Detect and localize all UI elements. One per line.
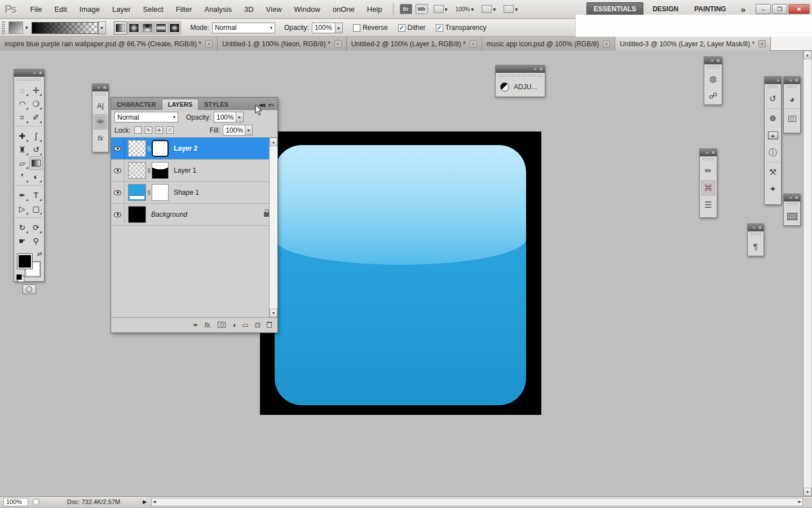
layer-row-layer2[interactable]: § Layer 2 <box>111 138 277 160</box>
close-panel-icon[interactable]: ✕ <box>38 71 42 76</box>
collapse-panel-icon[interactable]: » <box>706 151 708 155</box>
layers-panel-icon[interactable] <box>94 115 107 129</box>
close-tab-icon[interactable]: × <box>205 40 213 47</box>
color-panel-icon[interactable]: ◕ <box>785 91 799 106</box>
gradient-picker-arrow[interactable]: ▾ <box>98 21 106 34</box>
collapse-panel-icon[interactable]: » <box>33 71 36 76</box>
reflected-gradient-button[interactable] <box>155 21 167 34</box>
brushes-panel-icon[interactable]: ✏ <box>701 164 715 178</box>
mini-panel-grip[interactable] <box>750 233 761 237</box>
panel-menu-icon[interactable]: ▾≡ <box>268 102 274 108</box>
scroll-right-icon[interactable]: ▶ <box>798 500 801 504</box>
diamond-gradient-button[interactable] <box>168 21 181 34</box>
add-layer-mask-icon[interactable] <box>218 322 226 328</box>
toolbox-header[interactable]: »✕ <box>14 69 44 77</box>
tab-character[interactable]: CHARACTER <box>111 99 162 110</box>
layer-name[interactable]: Layer 2 <box>174 144 197 152</box>
opacity-spinner[interactable]: ▸ <box>336 23 343 33</box>
adjustment-layer-icon[interactable]: ◑ <box>232 321 236 329</box>
menu-filter[interactable]: Filter <box>170 0 198 19</box>
layer-style-fx-icon[interactable]: fx. <box>205 321 212 329</box>
delete-layer-icon[interactable] <box>267 322 272 328</box>
eyedropper-tool[interactable]: ✐ <box>29 111 43 124</box>
history-brush-tool[interactable]: ↺ <box>29 143 43 156</box>
collapse-panel-icon[interactable]: » <box>789 196 792 200</box>
workspace-essentials[interactable]: ESSENTIALS <box>586 2 643 16</box>
opacity-field[interactable]: 100% <box>312 23 336 33</box>
info-panel-icon[interactable]: ⓘ <box>766 145 780 160</box>
scroll-up-icon[interactable]: ▲ <box>804 51 811 59</box>
swap-colors-icon[interactable]: ⇄ <box>37 251 42 257</box>
layer-row-background[interactable]: Background <box>111 204 277 226</box>
layer-row-shape1[interactable]: § Shape 1 <box>111 182 277 204</box>
layer-name[interactable]: Shape 1 <box>174 189 199 196</box>
bridge-icon[interactable]: Br <box>400 4 412 14</box>
3d-orbit-tool[interactable]: ⟳ <box>29 221 43 234</box>
mini-panel-header[interactable]: »✕ <box>704 57 722 64</box>
visibility-cell[interactable] <box>111 160 125 181</box>
mini-panel-header[interactable]: »✕ <box>700 149 717 156</box>
mini-panel-grip[interactable] <box>786 203 798 207</box>
default-colors-icon[interactable] <box>16 274 22 280</box>
shape-layer-thumbnail[interactable] <box>128 184 146 201</box>
mini-panel-header[interactable]: »✕ <box>748 224 764 231</box>
elliptical-marquee-tool[interactable]: ◌ <box>15 84 29 97</box>
collapse-panel-icon[interactable]: » <box>711 59 713 63</box>
blend-mode-dropdown[interactable]: Normal▾ <box>212 23 275 33</box>
dither-checkbox[interactable]: ✓ <box>398 24 405 32</box>
scroll-up-icon[interactable]: ▲ <box>270 138 277 146</box>
background-thumbnail[interactable] <box>128 206 146 223</box>
icon-strip-grip[interactable] <box>95 93 106 97</box>
tool-preset-arrow[interactable]: ▾ <box>25 25 28 30</box>
3d-panel-icon[interactable]: ✦ <box>766 182 780 196</box>
restore-button[interactable]: ❐ <box>772 4 787 14</box>
angle-gradient-button[interactable] <box>141 21 154 34</box>
close-panel-icon[interactable]: ✕ <box>795 196 798 200</box>
collapse-panel-icon[interactable]: » <box>753 226 755 230</box>
document-vertical-scrollbar[interactable]: ▲ ▼ <box>803 51 811 496</box>
doc-tab-untitled2[interactable]: Untitled-2 @ 100% (Layer 1, RGB/8) *× <box>347 37 482 51</box>
gradient-preview[interactable] <box>32 22 98 34</box>
layer-mask-thumbnail[interactable] <box>152 140 169 157</box>
dock-header[interactable]: » <box>765 77 781 84</box>
fill-spinner[interactable]: ▸ <box>245 125 253 135</box>
tab-layers[interactable]: LAYERS <box>162 99 199 110</box>
menu-onone[interactable]: onOne <box>326 0 361 19</box>
doc-tab-wallpaper[interactable]: inspire blue purple rain wallpaper.psd @… <box>0 37 218 51</box>
lock-position-icon[interactable]: ✛ <box>156 126 163 134</box>
status-zoom-field[interactable]: 100% <box>3 498 28 506</box>
close-tab-icon[interactable]: × <box>603 40 610 47</box>
linear-gradient-button[interactable] <box>114 21 127 34</box>
visibility-cell[interactable] <box>111 182 125 203</box>
workspace-overflow-chevron[interactable]: » <box>735 5 751 14</box>
dodge-tool[interactable]: ◐ <box>29 170 43 183</box>
icon-strip-header[interactable]: »✕ <box>92 84 108 91</box>
collapse-panel-icon[interactable]: » <box>777 78 779 83</box>
adjustments-grip[interactable] <box>498 74 542 78</box>
layer-thumbnail[interactable] <box>128 162 146 179</box>
mini-panel-header[interactable]: »✕ <box>784 194 800 202</box>
document-canvas[interactable] <box>260 132 541 415</box>
menu-window[interactable]: Window <box>288 0 326 19</box>
bezier-path-icon[interactable]: ☍ <box>707 89 720 103</box>
lock-image-pixels-icon[interactable]: ✎ <box>145 126 152 134</box>
sphere-3d-icon[interactable]: ◍ <box>707 72 720 86</box>
close-panel-icon[interactable]: ✕ <box>711 151 715 155</box>
eraser-tool[interactable]: ▱ <box>15 156 29 170</box>
link-layers-icon[interactable]: ⚭ <box>193 321 198 329</box>
close-tab-icon[interactable]: × <box>758 40 766 47</box>
menu-help[interactable]: Help <box>361 0 389 19</box>
layer-row-layer1[interactable]: § Layer 1 <box>111 160 277 182</box>
document-horizontal-scrollbar[interactable]: ◀▶ <box>151 498 803 506</box>
close-panel-icon[interactable]: ✕ <box>539 67 543 72</box>
quick-selection-tool[interactable]: ❍ <box>29 97 43 111</box>
close-tab-icon[interactable]: × <box>470 40 477 47</box>
path-selection-tool[interactable]: ▷ <box>15 202 29 216</box>
doc-tab-music-app-icon[interactable]: music app icon.psd @ 100% (RGB/8)× <box>482 37 616 51</box>
navigator-wheel-icon[interactable]: ☸ <box>766 111 780 126</box>
crop-tool[interactable]: ⌗ <box>15 111 29 124</box>
vector-mask-thumbnail[interactable] <box>152 184 169 201</box>
new-group-icon[interactable]: ▭ <box>242 321 249 329</box>
swatches-panel-icon[interactable] <box>785 209 799 224</box>
collapse-panel-icon[interactable]: » <box>789 78 792 83</box>
